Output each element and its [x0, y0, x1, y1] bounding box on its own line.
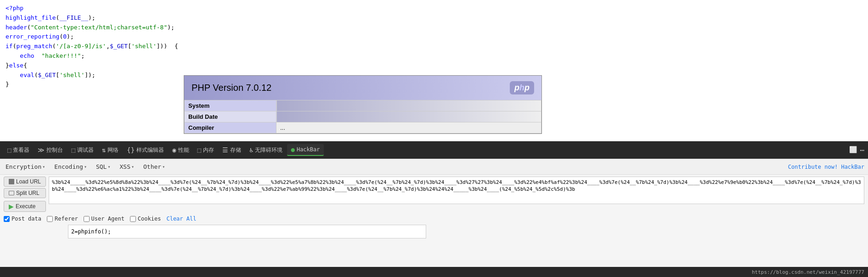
execute-label: Execute	[16, 203, 35, 210]
table-cell-label: Compiler	[185, 122, 276, 133]
devtools-btn-console[interactable]: ≫ 控制台	[34, 144, 67, 156]
hackbar-menu-xss[interactable]: XSS ▾	[118, 162, 136, 171]
devtools-btn-network[interactable]: ⇅ 网络	[98, 144, 122, 156]
hackbar-menu-row: Encryption ▾ Encoding ▾ SQL ▾ XSS ▾ Othe…	[0, 159, 868, 175]
code-line-4: error_reporting(0);	[6, 32, 862, 42]
console-label: 控制台	[46, 146, 63, 154]
hackbar-panel: Encryption ▾ Encoding ▾ SQL ▾ XSS ▾ Othe…	[0, 159, 868, 267]
table-row: Build Date	[185, 111, 541, 122]
hackbar-url-buttons: Load URL Split URL ▶ Execute	[4, 177, 46, 212]
user-agent-checkbox[interactable]	[84, 216, 90, 222]
php-info-table: System Build Date Compiler ...	[184, 100, 541, 133]
cookies-label: Cookies	[138, 216, 161, 222]
style-label: 样式编辑器	[136, 146, 164, 154]
post-data-checkbox-label[interactable]: Post data	[4, 216, 41, 222]
post-data-checkbox[interactable]	[4, 216, 10, 222]
table-row: System	[185, 100, 541, 111]
referer-label: Referer	[55, 216, 78, 222]
other-label: Other	[143, 163, 161, 170]
encoding-dropdown-arrow: ▾	[84, 164, 87, 169]
other-dropdown-arrow: ▾	[162, 164, 165, 169]
post-data-input[interactable]	[68, 225, 426, 238]
php-logo: php	[510, 81, 534, 94]
xss-label: XSS	[119, 163, 130, 170]
style-icon: {}	[127, 146, 135, 154]
clear-all-link[interactable]: Clear All	[166, 216, 196, 222]
execute-icon: ▶	[9, 203, 14, 210]
storage-label: 存储	[230, 146, 241, 154]
hackbar-menu-encryption[interactable]: Encryption ▾	[4, 162, 47, 171]
console-icon: ≫	[38, 146, 45, 154]
hackbar-menu-encoding[interactable]: Encoding ▾	[52, 162, 89, 171]
hackbar-menu-sql[interactable]: SQL ▾	[94, 162, 113, 171]
table-cell-value	[276, 111, 541, 122]
devtools-btn-style[interactable]: {} 样式编辑器	[123, 144, 168, 156]
split-url-button[interactable]: Split URL	[4, 188, 46, 198]
debugger-icon: ⬚	[71, 146, 75, 154]
inspector-icon: ⬚	[7, 146, 11, 154]
split-url-label: Split URL	[16, 190, 39, 196]
referer-checkbox[interactable]	[47, 216, 53, 222]
hackbar-menu-other[interactable]: Other ▾	[141, 162, 167, 171]
referer-checkbox-label[interactable]: Referer	[47, 216, 78, 222]
table-row: Compiler ...	[185, 122, 541, 133]
more-options-icon[interactable]: ⋯	[860, 146, 864, 155]
code-line-3: header("Content-type:text/html;charset=u…	[6, 23, 862, 33]
devtools-btn-performance[interactable]: ◉ 性能	[169, 144, 192, 156]
toolbar-right: ⬜ ⋯	[849, 146, 864, 155]
encoding-label: Encoding	[54, 163, 83, 170]
user-agent-label: User Agent	[91, 216, 124, 222]
sql-label: SQL	[96, 163, 107, 170]
memory-icon: ⬚	[197, 146, 201, 154]
contribute-link[interactable]: Contribute now! HackBar	[788, 164, 864, 170]
post-data-label: Post data	[11, 216, 41, 222]
hackbar-post-row: Post data Referer User Agent Cookies Cle…	[0, 214, 868, 224]
execute-button[interactable]: ▶ Execute	[4, 201, 46, 212]
storage-icon: ☰	[222, 146, 228, 154]
code-line-6: echo "hacker!!!";	[6, 51, 862, 61]
table-cell-value: ...	[276, 122, 541, 133]
php-info-header: PHP Version 7.0.12 php	[184, 76, 541, 100]
network-label: 网络	[107, 146, 118, 154]
hackbar-postdata-area	[0, 224, 868, 240]
load-url-label: Load URL	[16, 178, 41, 185]
split-url-icon	[9, 191, 14, 195]
contribute-text: Contribute now!	[788, 164, 838, 170]
performance-label: 性能	[178, 146, 189, 154]
load-url-icon	[9, 179, 14, 184]
memory-label: 内存	[203, 146, 214, 154]
encryption-dropdown-arrow: ▾	[42, 164, 45, 169]
php-version: PHP Version 7.0.12	[192, 83, 271, 93]
performance-icon: ◉	[172, 146, 176, 154]
sql-dropdown-arrow: ▾	[107, 164, 110, 169]
encryption-label: Encryption	[6, 163, 41, 170]
load-url-button[interactable]: Load URL	[4, 177, 46, 187]
hackbar-icon: ●	[291, 146, 294, 153]
devtools-btn-hackbar[interactable]: ● HackBar	[287, 144, 323, 156]
hackbar-suffix: HackBar	[841, 164, 864, 170]
php-info-panel: PHP Version 7.0.12 php System Build Date…	[184, 75, 542, 134]
code-line-7: }else{	[6, 61, 862, 71]
hackbar-url-row: Load URL Split URL ▶ Execute %3b%24_____…	[0, 175, 868, 214]
devtools-btn-accessibility[interactable]: ♿ 无障碍环境	[246, 144, 286, 156]
accessibility-icon: ♿	[249, 146, 253, 154]
expand-icon[interactable]: ⬜	[849, 146, 857, 155]
cookies-checkbox-label[interactable]: Cookies	[130, 216, 161, 222]
code-line-5: if(preg_match('/[a-z0-9]/is',$_GET['shel…	[6, 42, 862, 51]
accessibility-label: 无障碍环境	[255, 146, 282, 154]
debugger-label: 调试器	[77, 146, 94, 154]
devtools-toolbar: ⬚ 查看器 ≫ 控制台 ⬚ 调试器 ⇅ 网络 {} 样式编辑器 ◉ 性能 ⬚ 内…	[0, 141, 868, 159]
devtools-btn-memory[interactable]: ⬚ 内存	[194, 144, 218, 156]
devtools-btn-storage[interactable]: ☰ 存储	[219, 144, 245, 156]
code-line-2: highlight_file(__FILE__);	[6, 13, 862, 23]
user-agent-checkbox-label[interactable]: User Agent	[84, 216, 124, 222]
statusbar-url: https://blog.csdn.net/weixin_42197777	[752, 269, 864, 275]
hackbar-url-input[interactable]: %3b%24_____%3d%22%e5%8d%8a%22%3b%24____%…	[49, 177, 864, 204]
table-cell-label: System	[185, 100, 276, 111]
cookies-checkbox[interactable]	[130, 216, 136, 222]
table-cell-value	[276, 100, 541, 111]
hackbar-label: HackBar	[297, 146, 320, 153]
network-icon: ⇅	[102, 146, 106, 154]
devtools-btn-inspector[interactable]: ⬚ 查看器	[4, 144, 33, 156]
devtools-btn-debugger[interactable]: ⬚ 调试器	[68, 144, 97, 156]
